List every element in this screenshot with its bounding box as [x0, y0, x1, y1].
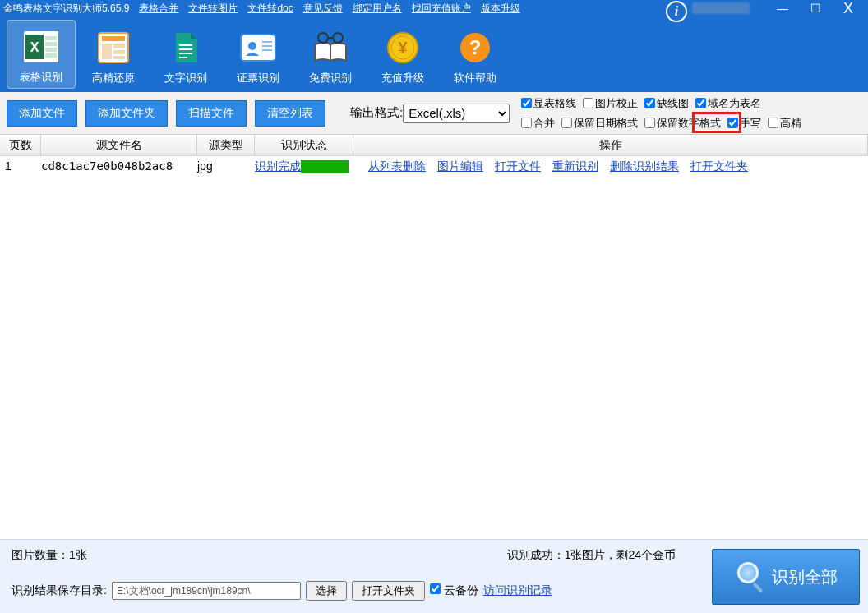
menu-to-doc[interactable]: 文件转doc [247, 2, 293, 16]
output-format-label: 输出格式: [350, 105, 403, 121]
close-button[interactable]: X [832, 0, 865, 16]
svg-rect-19 [262, 41, 272, 43]
tool-hifi-restore[interactable]: 高精还原 [79, 20, 148, 89]
book-glasses-icon [311, 28, 350, 67]
op-delete-result[interactable]: 删除识别结果 [610, 159, 679, 174]
cell-file: cd8c1ac7e0b048b2ac8 [41, 159, 197, 174]
progress-bar [301, 160, 349, 173]
status-link[interactable]: 识别完成 [255, 159, 301, 173]
id-card-icon [238, 28, 278, 67]
add-folder-button[interactable]: 添加文件夹 [85, 100, 168, 127]
chk-show-grid[interactable]: 显表格线 [521, 96, 576, 111]
menu-to-image[interactable]: 文件转图片 [188, 2, 238, 16]
tool-id-ocr[interactable]: 证票识别 [224, 20, 293, 89]
svg-rect-10 [113, 44, 125, 48]
chk-image-fix[interactable]: 图片校正 [583, 96, 638, 111]
maximize-button[interactable]: ☐ [799, 0, 832, 16]
layout-icon [94, 28, 133, 67]
menu-find-acct[interactable]: 找回充值账户 [412, 2, 471, 16]
chk-keep-num[interactable]: 保留数字格式 [644, 116, 721, 131]
chk-handwrite[interactable]: 手写 [727, 116, 761, 131]
output-format-select[interactable]: Excel(.xls) [403, 104, 510, 123]
svg-point-23 [318, 33, 328, 43]
magnifier-icon [734, 562, 764, 592]
chk-keep-date[interactable]: 保留日期格式 [561, 116, 638, 131]
image-count: 图片数量：1张 [12, 548, 87, 563]
svg-rect-15 [179, 53, 192, 54]
tool-free-ocr[interactable]: 免费识别 [296, 20, 365, 89]
save-dir-input[interactable] [112, 582, 301, 600]
run-all-button[interactable]: 识别全部 [712, 549, 860, 605]
svg-rect-16 [179, 57, 187, 58]
document-icon [166, 28, 205, 67]
save-dir-label: 识别结果保存目录: [12, 583, 107, 598]
th-op: 操作 [353, 135, 868, 155]
svg-rect-4 [45, 42, 57, 46]
cell-type: jpg [197, 159, 255, 174]
clear-list-button[interactable]: 清空列表 [255, 100, 326, 127]
tool-help[interactable]: ? 软件帮助 [441, 20, 510, 89]
app-title: 金鸣表格文字识别大师5.65.9 [3, 2, 129, 16]
svg-text:?: ? [469, 36, 482, 58]
op-open-file[interactable]: 打开文件 [495, 159, 541, 174]
svg-rect-6 [45, 53, 57, 58]
svg-text:X: X [30, 40, 39, 54]
op-remove-from-list[interactable]: 从列表删除 [368, 159, 426, 174]
svg-rect-21 [262, 49, 272, 51]
table-header: 页数 源文件名 源类型 识别状态 操作 [0, 135, 868, 156]
svg-rect-20 [262, 45, 272, 47]
svg-rect-3 [45, 36, 57, 40]
excel-icon: X [21, 27, 61, 67]
svg-rect-9 [102, 44, 112, 59]
open-folder-button[interactable]: 打开文件夹 [352, 581, 425, 601]
action-bar: 添加文件 添加文件夹 扫描文件 清空列表 输出格式: Excel(.xls) 显… [0, 92, 868, 135]
svg-rect-14 [179, 48, 192, 50]
choose-dir-button[interactable]: 选择 [306, 581, 347, 601]
th-page: 页数 [0, 135, 41, 155]
svg-rect-12 [113, 56, 125, 59]
tool-table-ocr[interactable]: X 表格识别 [7, 20, 76, 89]
tool-topup[interactable]: ¥ 充值升级 [368, 20, 437, 89]
chk-lack-grid[interactable]: 缺线图 [644, 96, 689, 111]
cell-page: 1 [0, 159, 41, 174]
table-row: 1 cd8c1ac7e0b048b2ac8 jpg 识别完成 从列表删除 图片编… [0, 156, 868, 177]
chk-high-prec[interactable]: 高精 [768, 116, 801, 131]
menu-bind-user[interactable]: 绑定用户名 [353, 2, 402, 16]
svg-text:¥: ¥ [398, 39, 408, 57]
success-status: 识别成功：1张图片，剩24个金币 [507, 548, 676, 563]
menu-feedback[interactable]: 意见反馈 [303, 2, 343, 16]
menu-upgrade[interactable]: 版本升级 [481, 2, 520, 16]
svg-rect-17 [241, 35, 275, 61]
svg-point-24 [333, 33, 343, 43]
svg-rect-11 [113, 50, 125, 54]
th-status: 识别状态 [255, 135, 353, 155]
username-blurred [692, 2, 750, 14]
th-type: 源类型 [197, 135, 255, 155]
svg-rect-13 [179, 44, 192, 46]
op-redo-ocr[interactable]: 重新识别 [552, 159, 598, 174]
th-file: 源文件名 [41, 135, 197, 155]
help-icon: ? [455, 28, 495, 67]
svg-rect-5 [45, 48, 57, 52]
chk-cloud-backup[interactable]: 云备份 [430, 583, 478, 598]
add-file-button[interactable]: 添加文件 [7, 100, 77, 127]
main-toolbar: X 表格识别 高精还原 文字识别 证票识别 免费识别 ¥ 充值升级 ? [0, 16, 868, 92]
minimize-button[interactable]: — [766, 0, 799, 16]
chk-domain-as-name[interactable]: 域名为表名 [695, 96, 761, 111]
tool-text-ocr[interactable]: 文字识别 [151, 20, 220, 89]
op-open-folder[interactable]: 打开文件夹 [690, 159, 748, 174]
visit-log-link[interactable]: 访问识别记录 [483, 583, 552, 598]
svg-rect-8 [102, 36, 125, 41]
info-icon[interactable] [666, 1, 687, 22]
chk-merge[interactable]: 合并 [521, 116, 555, 131]
scan-file-button[interactable]: 扫描文件 [176, 100, 247, 127]
coin-icon: ¥ [383, 28, 422, 67]
svg-point-18 [248, 42, 256, 50]
footer: 图片数量：1张 识别成功：1张图片，剩24个金币 识别结果保存目录: 选择 打开… [0, 539, 868, 613]
menu-merge[interactable]: 表格合并 [139, 2, 178, 16]
op-edit-image[interactable]: 图片编辑 [437, 159, 483, 174]
cell-status: 识别完成 [255, 159, 353, 174]
